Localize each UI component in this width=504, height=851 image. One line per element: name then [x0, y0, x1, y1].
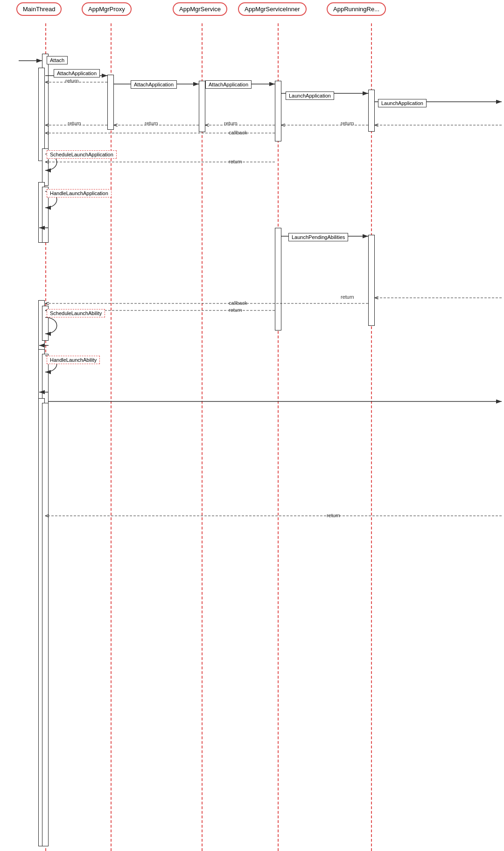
msg-return-1: return [65, 78, 79, 84]
msg-schedule-launch-ability: ScheduleLaunchAbility [47, 309, 105, 317]
msg-return-service: return [145, 120, 158, 126]
activation-main-2 [38, 68, 45, 161]
msg-return-inner: return [224, 120, 238, 126]
activation-inner-2 [275, 228, 281, 331]
activation-running-2 [368, 235, 375, 326]
msg-return-2: return [229, 159, 242, 164]
lifeline-service [202, 23, 203, 851]
activation-inner-1 [275, 81, 281, 141]
activation-running-1 [368, 90, 375, 132]
msg-callback-1: callback [229, 130, 247, 135]
msg-launch-app-1: LaunchApplication [286, 91, 334, 100]
msg-attach-app-2: AttachApplication [131, 80, 177, 89]
lifeline-proxy [111, 23, 112, 851]
msg-attach-app-1: AttachApplication [54, 69, 100, 77]
msg-return-running: return [341, 120, 354, 126]
lifeline-running [371, 23, 372, 851]
activation-proxy-1 [107, 75, 114, 130]
msg-return-bottom: return [327, 513, 340, 518]
arrows-svg [0, 0, 504, 851]
msg-launch-pending: LaunchPendingAbilities [288, 233, 348, 241]
msg-attach: Attach [47, 56, 68, 64]
msg-handle-launch-app: HandleLaunchApplication [47, 189, 112, 197]
lifeline-inner [278, 23, 279, 851]
actor-inner: AppMgrServiceInner [238, 2, 307, 16]
sequence-diagram: MainThread AppMgrProxy AppMgrService App… [0, 0, 504, 851]
activation-main-11 [42, 403, 49, 846]
actor-running: AppRunningRe... [327, 2, 386, 16]
msg-return-3: return [229, 307, 242, 313]
msg-handle-launch-ability: HandleLaunchAbility [47, 356, 100, 364]
msg-callback-2: callback [229, 300, 247, 306]
msg-launch-app-2: LaunchApplication [378, 99, 427, 107]
actor-main: MainThread [16, 2, 62, 16]
activation-service-1 [199, 81, 205, 132]
actor-service: AppMgrService [173, 2, 227, 16]
actor-proxy: AppMgrProxy [82, 2, 132, 16]
msg-schedule-launch-app: ScheduleLaunchApplication [47, 150, 117, 159]
msg-return-far: return [341, 294, 354, 300]
msg-attach-app-3: AttachApplication [205, 80, 252, 89]
msg-return-proxy: return [68, 120, 81, 126]
